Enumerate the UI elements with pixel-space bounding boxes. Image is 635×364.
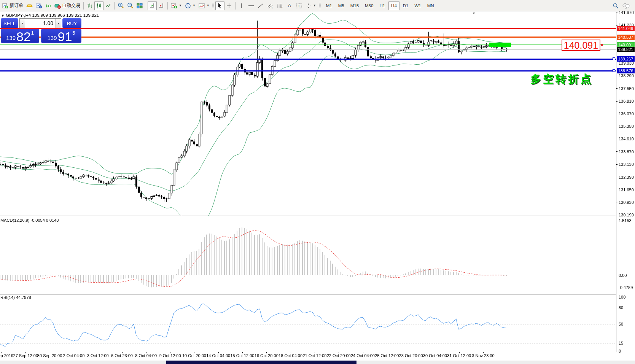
sell-price-display[interactable]: 139 82 1 xyxy=(1,29,39,43)
fibonacci-icon: F xyxy=(277,3,283,9)
horizontal-line-button[interactable] xyxy=(246,1,256,10)
timeframe-h4[interactable]: H4 xyxy=(388,1,399,10)
price-badge-139.267: 139.267 xyxy=(617,56,635,62)
clock-icon xyxy=(185,3,191,9)
cursor-button[interactable] xyxy=(215,1,224,10)
current-price-line xyxy=(0,49,616,50)
sell-price-big: 82 xyxy=(16,31,31,42)
trendline-button[interactable] xyxy=(256,1,265,10)
line-chart-button[interactable] xyxy=(103,1,113,10)
chart-canvas[interactable] xyxy=(0,0,635,364)
toolbar-separator xyxy=(114,2,115,10)
horizontal-scrollbar[interactable] xyxy=(0,360,635,364)
auto-scroll-button[interactable] xyxy=(148,1,157,10)
volume-increase-button[interactable]: ▲ xyxy=(56,18,61,28)
periods-button[interactable]: ▼ xyxy=(183,1,197,10)
toolbar-drag-handle[interactable] xyxy=(319,2,321,10)
highlighted-level-segment[interactable] xyxy=(489,43,511,47)
timeframe-m5[interactable]: M5 xyxy=(336,1,347,10)
timeframe-m30[interactable]: M30 xyxy=(362,1,376,10)
mt4-chart-window: { "toolbar": { "new_order_label": "新订单",… xyxy=(0,0,635,364)
macd-pane-separator[interactable] xyxy=(0,216,616,217)
turning-point-annotation[interactable]: 多空转折点 xyxy=(530,72,593,86)
chart-profile-button[interactable] xyxy=(25,1,34,10)
timeframe-mn[interactable]: MN xyxy=(425,1,437,10)
toolbar: 新订单 自动交易 ▼ ▼ ▼ E F A T ▼ M1M5M15M30H1H4D… xyxy=(0,0,635,11)
bar-chart-button[interactable] xyxy=(85,1,94,10)
label-tool-button[interactable]: T xyxy=(294,1,304,10)
signal-icon xyxy=(45,3,51,9)
sell-button[interactable]: SELL xyxy=(1,18,18,28)
indicators-button[interactable]: ▼ xyxy=(169,1,183,10)
chevron-down-icon: ▼ xyxy=(179,4,182,7)
window-collapse-icon[interactable]: ◤ xyxy=(2,14,4,17)
time-axis-label: 14 Oct 04:00 xyxy=(206,353,230,358)
text-tool-button[interactable]: A xyxy=(285,1,294,10)
time-axis-label: 6 Oct 23:00 xyxy=(111,353,133,358)
price-callout-box[interactable]: 140.091 xyxy=(562,40,600,51)
buy-button[interactable]: BUY xyxy=(62,18,81,28)
tile-windows-button[interactable] xyxy=(135,1,144,10)
crosshair-button[interactable] xyxy=(224,1,234,10)
chevron-down-icon: ▼ xyxy=(313,4,316,7)
price-shift-marker[interactable]: ▼ xyxy=(472,11,476,15)
timeframe-m1[interactable]: M1 xyxy=(323,1,335,10)
market-watch-button[interactable] xyxy=(34,1,44,10)
timeframe-d1[interactable]: D1 xyxy=(400,1,411,10)
timeframe-m15[interactable]: M15 xyxy=(348,1,361,10)
price-badge-139.821: 139.821 xyxy=(617,47,635,52)
buy-price-sup: 5 xyxy=(72,30,75,36)
search-icon[interactable] xyxy=(612,2,619,9)
macd-indicator-label: MACD(12,26,9) -0.0054 0.0148 xyxy=(0,218,59,223)
arrows-button[interactable]: ▼ xyxy=(304,1,318,10)
price-axis-tick: 130.930 xyxy=(616,200,634,205)
candlestick-chart-button[interactable] xyxy=(94,1,103,10)
price-axis-tick: 138.290 xyxy=(616,73,634,78)
gold-bar-icon xyxy=(26,3,33,9)
time-axis-label: 30 Oct 04:00 xyxy=(423,353,447,358)
svg-text:T: T xyxy=(298,4,300,8)
crosshair-icon xyxy=(226,3,232,9)
vertical-line-icon xyxy=(240,3,243,9)
templates-button[interactable]: ▼ xyxy=(197,1,211,10)
bar-chart-icon xyxy=(87,3,93,9)
time-axis-label: 22 Oct 20:00 xyxy=(327,353,351,358)
sell-price-small: 139 xyxy=(6,35,16,41)
templates-icon xyxy=(199,3,205,9)
chat-icon[interactable] xyxy=(622,2,630,9)
hline-140.537[interactable] xyxy=(0,37,616,38)
price-axis-tick: 134.610 xyxy=(616,137,634,141)
chevron-down-icon: ▼ xyxy=(193,4,196,7)
signal-button[interactable] xyxy=(44,1,53,10)
callout-anchor-marker[interactable] xyxy=(601,44,603,46)
macd-scale-label: 0.00 xyxy=(619,273,627,278)
volume-input[interactable]: 1.00 xyxy=(25,18,56,28)
toolbar-drag-handle[interactable] xyxy=(212,2,214,10)
hline-138.576[interactable] xyxy=(0,70,616,72)
vertical-line-button[interactable] xyxy=(237,1,246,10)
timeframe-h1[interactable]: H1 xyxy=(377,1,388,10)
zoom-out-button[interactable] xyxy=(126,1,135,10)
rsi-pane-separator[interactable] xyxy=(0,293,616,294)
toolbar-separator xyxy=(167,2,168,10)
hline-handle[interactable] xyxy=(613,57,615,60)
new-order-button[interactable]: 新订单 xyxy=(1,1,25,10)
timeframe-w1[interactable]: W1 xyxy=(412,1,424,10)
autotrade-button[interactable]: 自动交易 xyxy=(53,1,82,10)
hline-handle[interactable] xyxy=(613,69,615,72)
fibonacci-button[interactable]: F xyxy=(275,1,285,10)
volume-decrease-button[interactable]: ▼ xyxy=(19,18,25,28)
chart-shift-button[interactable] xyxy=(157,1,166,10)
scrollbar-thumb[interactable] xyxy=(166,361,356,364)
time-axis-label: 21 Oct 12:00 xyxy=(302,353,326,358)
zoom-in-button[interactable] xyxy=(116,1,126,10)
one-click-trading-panel: SELL ▼ 1.00 ▲ BUY 139 82 1 139 91 5 xyxy=(1,18,81,43)
hline-139.267[interactable] xyxy=(0,59,616,60)
line-chart-icon xyxy=(105,3,111,9)
time-axis-label: 16 Oct 20:00 xyxy=(255,353,279,358)
hline-141.049[interactable] xyxy=(0,28,616,29)
time-axis-label: 26 Sep 2019 xyxy=(0,353,13,358)
hline-140.091[interactable] xyxy=(0,45,616,45)
buy-price-display[interactable]: 139 91 5 xyxy=(41,29,81,43)
equidistant-channel-button[interactable]: E xyxy=(265,1,275,10)
